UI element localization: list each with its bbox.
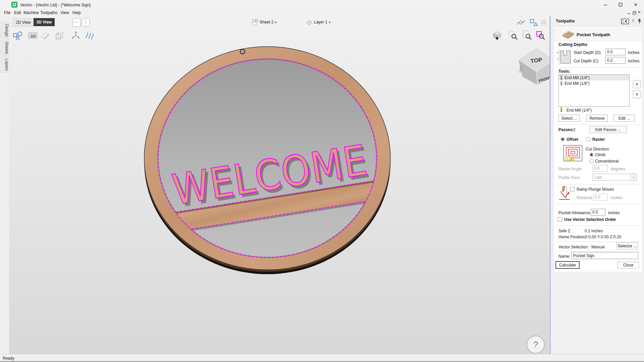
cut-depth-label: Cut Depth (C) [574,58,598,64]
window-maximize-button[interactable] [615,1,626,8]
document-minimize-button[interactable] [627,11,631,15]
title-bar: Vectric - {Vectric Ltd} - [*Welcome Sign… [0,0,644,9]
tool-list[interactable]: End Mill (1/4") End Mill (1/8") [558,74,630,107]
selected-tool-label: End Mill (1/4") [567,108,592,113]
vector-selection-value: Manual [591,244,604,250]
window-minimize-button[interactable] [600,1,610,8]
side-tab-strip: Design Sheets Layers [0,16,9,354]
edit-passes-button[interactable]: Edit Passes ... [590,126,627,133]
pocket-allowance-input[interactable] [591,209,605,216]
raster-radio[interactable] [586,137,591,141]
menu-help[interactable]: Help [71,10,82,16]
sheet-selector[interactable]: Sheet 2 ▾ [252,18,276,26]
pocket-allowance-label: Pocket Allowance [558,210,590,216]
climb-radio[interactable] [589,153,594,157]
toolpath-preview-icon[interactable] [85,30,95,40]
vector-selection-label: Vector Selection: [558,244,589,250]
tool-move-up-button[interactable]: ∧ [633,80,641,88]
svg-text:D: D [557,51,558,54]
tool-select-button[interactable]: Select ... [558,115,580,122]
endmill-icon [560,81,563,85]
zoom-box-icon[interactable] [508,31,518,40]
ramp-plunge-label: Ramp Plunge Moves [577,187,614,192]
draw-vectors-icon[interactable] [13,31,23,40]
tab-3d-view[interactable]: 3D View [34,18,55,26]
snap-grid-icon[interactable] [540,18,548,26]
profile-pass-label: Profile Pass [558,175,580,180]
raster-radio-label: Raster [592,137,605,142]
origin-axes-icon[interactable] [71,31,80,40]
layer-selector[interactable]: Layer 1 ▾ [306,18,330,26]
component-preview-icon[interactable] [28,32,38,40]
toolpath-name-label: Name: [558,254,570,259]
offset-strategy-icon [564,145,582,161]
window-close-button[interactable]: ✕ [631,1,641,8]
pin-panel-icon[interactable] [637,18,642,24]
endmill-icon [560,75,563,80]
ramp-distance-unit: inches [611,195,623,200]
tool-list-item[interactable]: End Mill (1/4") [559,75,629,80]
passes-value: 2 [573,127,576,132]
safe-z-label: Safe Z [558,228,570,234]
ramp-plunge-checkbox[interactable] [570,187,575,191]
menu-view[interactable]: View [59,10,70,16]
conventional-radio[interactable] [589,159,594,163]
start-depth-unit: inches [628,50,640,55]
tool-move-down-button[interactable]: ∨ [633,90,641,98]
offset-radio[interactable] [560,137,565,141]
split-vertical-icon[interactable] [82,18,90,27]
sign-3d-model[interactable]: WELCOME WELCOME [9,40,549,354]
caret-down-icon: ▾ [275,20,276,24]
3d-view-canvas[interactable]: WELCOME WELCOME TOP FRONT LEFT ? [9,40,549,354]
toolpaths-panel: Toolpaths ? Pocket Toolpath [550,16,644,354]
caret-down-icon: ▾ [630,174,636,180]
raster-angle-input[interactable] [592,165,608,172]
hang-hole[interactable] [240,49,245,54]
sidebar-tab-sheets[interactable]: Sheets [1,40,9,56]
document-close-button[interactable]: ✕ [638,10,642,15]
start-depth-input[interactable] [605,49,626,55]
panel-help-icon[interactable]: ? [632,18,634,24]
layer-selector-label: Layer 1 [314,20,327,24]
menu-edit[interactable]: Edit [13,10,22,16]
tool-remove-button[interactable]: Remove [586,115,608,122]
menu-file[interactable]: File [3,10,12,16]
vector-selector-button[interactable]: Selector ... [616,242,638,249]
selected-endmill-icon [560,107,563,112]
sidebar-tab-layers[interactable]: Layers [1,57,9,73]
zoom-drawing-icon[interactable] [522,30,532,40]
sidebar-tab-design[interactable]: Design [1,22,9,39]
menu-machine[interactable]: Machine [22,10,40,16]
chevron-up-icon: ∧ [636,82,639,86]
tool-list-item[interactable]: End Mill (1/8") [559,80,629,86]
tool-edit-button[interactable]: Edit ... [613,115,635,122]
wireframe-cube-icon[interactable] [55,31,65,40]
ramp-distance-input[interactable] [593,194,608,200]
vector-order-checkbox[interactable] [558,217,562,222]
snap-curve-icon[interactable] [517,18,525,26]
ramp-distance-label: Distance [577,195,592,200]
vectric-window: Vectric - {Vectric Ltd} - [*Welcome Sign… [0,0,644,362]
close-button[interactable]: Close [618,262,639,268]
split-horizontal-icon[interactable] [72,18,80,27]
profile-pass-dropdown[interactable]: Last ▾ [592,174,637,181]
form-title: Pocket Toolpath [577,32,610,38]
document-restore-button[interactable] [632,11,636,15]
snap-geometry-icon[interactable] [529,18,538,26]
material-block-icon[interactable] [40,31,50,40]
help-button[interactable]: ? [527,336,545,354]
cut-direction-label: Cut Direction [586,146,609,152]
pocket-toolpath-icon [561,30,575,40]
panel-title: Toolpaths [556,18,575,24]
tab-2d-view[interactable]: 2D View [12,18,34,27]
calculate-button[interactable]: Calculate [555,261,580,269]
menu-toolpaths[interactable]: Toolpaths [39,10,59,16]
cut-depth-input[interactable] [605,57,626,64]
toolpath-name-input[interactable] [571,252,638,259]
home-position-value: X:0.00 Y:0.00 Z:0.20 [585,234,621,240]
cutting-depths-heading: Cutting Depths [558,42,587,47]
collapse-panel-icon[interactable] [621,19,629,24]
cut-depth-unit: inches [628,58,640,64]
zoom-selection-icon[interactable] [536,31,545,40]
safe-z-value: 0.2 inches [585,228,603,234]
